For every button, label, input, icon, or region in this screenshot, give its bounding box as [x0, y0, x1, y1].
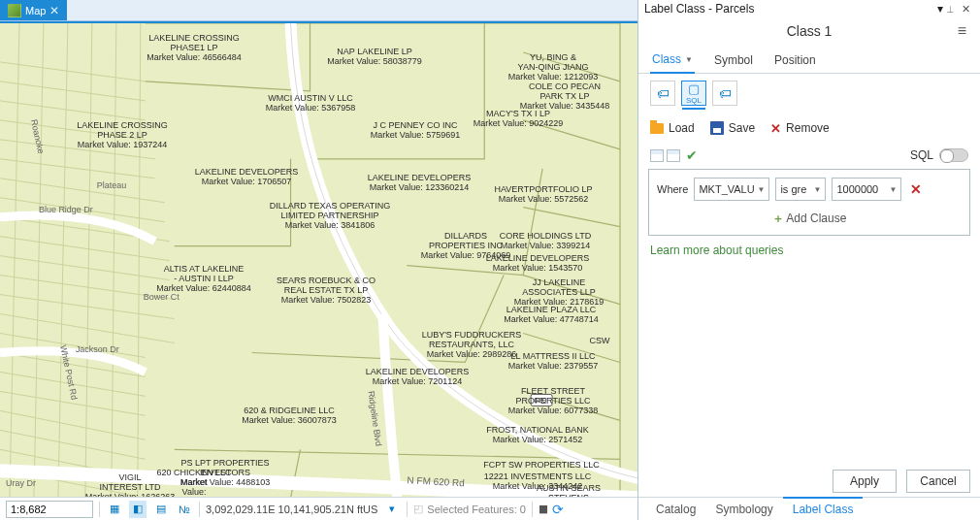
svg-text:Bower Ct: Bower Ct [144, 292, 180, 302]
map-linework: N FM 620 Rd Ridgeline Blvd Blue Ridge Dr… [0, 23, 637, 497]
field-dropdown[interactable]: MKT_VALUE▼ [694, 178, 769, 201]
plus-icon: ＋ [772, 211, 784, 225]
menu-icon[interactable]: ≡ [958, 22, 966, 40]
method-icons: 🏷 ▢SQL 🏷 [638, 74, 980, 113]
add-clause-button[interactable]: ＋ Add Clause [657, 211, 962, 227]
snap-icon[interactable]: ◧ [129, 501, 147, 518]
panel-header: Label Class - Parcels ▾ ⟂ ✕ [638, 0, 980, 17]
tab-position[interactable]: Position [772, 48, 818, 73]
tab-symbology[interactable]: Symbology [705, 499, 782, 520]
save-button[interactable]: Save [710, 121, 755, 135]
cancel-button[interactable]: Cancel [906, 470, 970, 493]
query-builder: Where MKT_VALUE▼ is gre▼ 1000000▼ ✕ ＋ Ad… [648, 169, 970, 236]
map-view[interactable]: N FM 620 Rd Ridgeline Blvd Blue Ridge Dr… [0, 21, 637, 497]
load-button[interactable]: Load [650, 121, 695, 135]
coordinates: 3,092,029.11E 10,141,905.21N ftUS [206, 504, 377, 515]
correction-icon[interactable]: № [176, 501, 193, 518]
value-dropdown[interactable]: 1000000▼ [832, 178, 901, 201]
remove-button[interactable]: ✕Remove [770, 121, 830, 136]
sql-toggle[interactable] [939, 148, 968, 162]
query-actions: Load Save ✕Remove [638, 113, 980, 144]
where-label: Where [657, 183, 688, 195]
class-title: Class 1 ≡ [638, 17, 980, 45]
sql-row: ✔ SQL [638, 144, 980, 167]
svg-text:620: 620 [534, 396, 547, 405]
clause-row: Where MKT_VALUE▼ is gre▼ 1000000▼ ✕ [657, 178, 962, 201]
scale-input[interactable] [6, 501, 93, 518]
preview-icon[interactable]: 🏷 [712, 81, 737, 106]
grid-icon[interactable]: ▤ [152, 501, 170, 518]
tab-class[interactable]: Class▼ [650, 47, 695, 74]
tab-catalog[interactable]: Catalog [646, 499, 705, 520]
operator-dropdown[interactable]: is gre▼ [775, 178, 826, 201]
panel-title: Label Class - Parcels [644, 2, 754, 16]
view-mode-icons[interactable] [650, 149, 680, 162]
pause-icon[interactable]: ▮▮ [539, 503, 546, 515]
tab-labelclass[interactable]: Label Class [783, 497, 864, 520]
map-icon [8, 4, 21, 17]
svg-text:Blue Ridge Dr: Blue Ridge Dr [39, 205, 93, 214]
remove-icon: ✕ [770, 121, 781, 136]
svg-text:Jackson Dr: Jackson Dr [76, 344, 119, 354]
svg-text:Uray Dr: Uray Dr [6, 478, 36, 488]
tab-symbol[interactable]: Symbol [712, 48, 755, 73]
top-tabs: Class▼ Symbol Position [638, 45, 980, 74]
sql-label: SQL [910, 148, 933, 162]
expression-icon[interactable]: 🏷 [650, 81, 675, 106]
save-icon [710, 121, 724, 135]
bottom-tabs: Catalog Symbology Label Class [638, 497, 980, 520]
sql-icon[interactable]: ▢SQL [681, 81, 706, 106]
select-icon: ◰ [413, 503, 423, 515]
selected-features: ◰ Selected Features: 0 [413, 503, 526, 515]
footer-buttons: Apply Cancel [638, 462, 980, 497]
refresh-icon[interactable]: ⟳ [552, 502, 564, 517]
coord-dropdown-icon[interactable]: ▾ [383, 501, 401, 518]
constraint-icon[interactable]: ▦ [106, 501, 123, 518]
apply-button[interactable]: Apply [833, 470, 897, 493]
learn-link[interactable]: Learn more about queries [638, 244, 980, 257]
close-icon[interactable]: ✕ [958, 3, 974, 16]
status-bar: ▦ ◧ ▤ № 3,092,029.11E 10,141,905.21N ftU… [0, 497, 637, 520]
map-tab-bar: Map ✕ [0, 0, 637, 21]
validate-icon[interactable]: ✔ [686, 147, 698, 163]
folder-icon [650, 123, 664, 134]
svg-text:Plateau: Plateau [97, 180, 126, 190]
map-tab[interactable]: Map ✕ [0, 0, 67, 20]
close-icon[interactable]: ✕ [49, 4, 59, 17]
pin-icon[interactable]: ⟂ [943, 3, 958, 15]
remove-clause-icon[interactable]: ✕ [910, 181, 922, 197]
map-tab-label: Map [25, 5, 46, 16]
